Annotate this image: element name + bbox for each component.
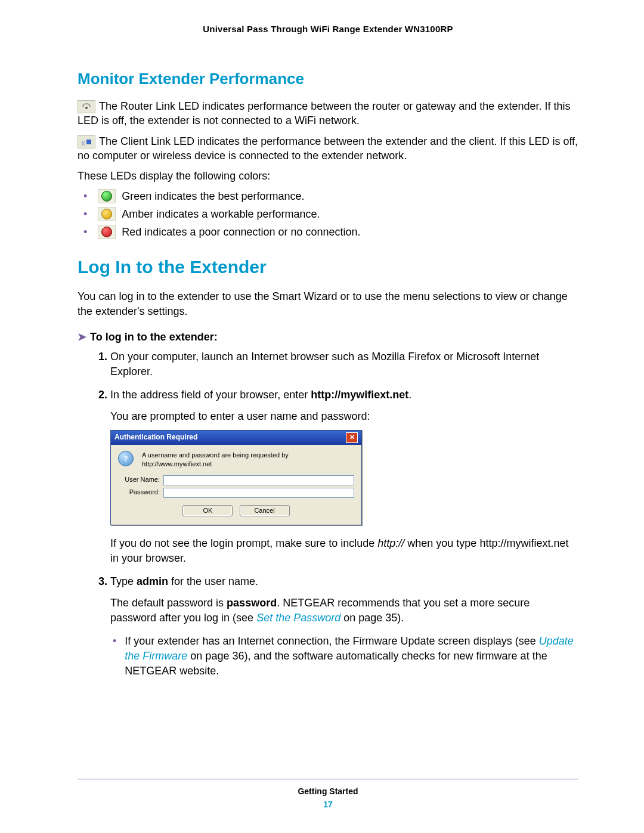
question-icon: ? [118,451,134,466]
page-footer: Getting Started 17 [78,779,578,809]
led-intro-text: These LEDs display the following colors: [78,169,578,183]
step-3: Type admin for the user name. The defaul… [110,574,578,679]
step-2-http-italic: http:// [377,537,404,549]
list-item: • If your extender has an Internet conne… [110,634,578,679]
step-3-bullet-a: If your extender has an Internet connect… [125,635,538,647]
footer-page-number: 17 [78,800,578,809]
auth-dialog: Authentication Required ✕ ? A username a… [110,430,362,525]
client-link-text: The Client Link LED indicates the perfor… [78,135,578,162]
step-2-afternote: If you do not see the login prompt, make… [110,536,578,566]
dialog-title-text: Authentication Required [114,432,197,442]
cancel-button[interactable]: Cancel [240,505,290,516]
led-green-text: Green indicates the best performance. [122,190,304,203]
section-heading-monitor: Monitor Extender Performance [78,70,578,88]
step-3-b: for the user name. [168,575,258,587]
manual-page: Universal Pass Through WiFi Range Extend… [0,0,644,833]
step-2-after-a: If you do not see the login prompt, make… [110,537,377,549]
svg-rect-1 [86,140,91,144]
document-title: Universal Pass Through WiFi Range Extend… [78,24,578,34]
client-link-paragraph: (( The Client Link LED indicates the per… [78,134,578,163]
step-2-text-b: . [408,389,411,401]
led-red-text: Red indicates a poor connection or no co… [122,226,360,239]
step-2-url: http://mywifiext.net [311,389,408,401]
step-2-text-a: In the address field of your browser, en… [110,389,311,401]
footer-divider [78,779,578,779]
chevron-right-icon: ➤ [78,331,86,343]
led-amber-icon [98,207,116,221]
router-link-text: The Router Link LED indicates performanc… [78,100,570,126]
set-password-link[interactable]: Set the Password [256,612,340,624]
task-heading: ➤To log in to the extender: [78,330,578,343]
led-amber-text: Amber indicates a workable performance. [122,208,320,221]
bullet-icon: • [83,226,87,239]
svg-point-0 [85,107,88,109]
led-green-icon [98,189,116,203]
step-3-password-note: The default password is password. NETGEA… [110,596,578,625]
dialog-titlebar: Authentication Required ✕ [111,431,361,445]
step-3-pw-c: on page 35). [340,612,404,624]
ok-button[interactable]: OK [182,505,233,516]
led-red-icon [98,225,116,239]
led-color-list: • Green indicates the best performance. … [78,189,578,239]
step-3-bullet-b: on page 36), and the software automatica… [125,650,547,677]
steps-list: On your computer, launch an Internet bro… [78,349,578,679]
password-label: Password: [118,488,163,497]
step-3-admin: admin [137,575,168,587]
list-item: • Green indicates the best performance. [83,189,578,203]
step-3-pw-a: The default password is [110,597,227,609]
bullet-icon: • [83,208,87,221]
section-heading-login: Log In to the Extender [78,257,578,277]
password-input[interactable] [163,488,354,498]
step-2-prompt: You are prompted to enter a user name an… [110,409,578,424]
bullet-icon: • [113,634,116,679]
footer-chapter-title: Getting Started [78,786,578,796]
svg-text:((: (( [82,140,85,145]
step-1-text: On your computer, launch an Internet bro… [110,351,539,377]
login-intro: You can log in to the extender to use th… [78,289,578,318]
task-title-text: To log in to the extender: [90,331,218,343]
step-3-sublist: • If your extender has an Internet conne… [110,634,578,679]
dialog-body: ? A username and password are being requ… [111,445,361,525]
dialog-message: A username and password are being reques… [142,451,354,469]
step-3-pw-word: password [227,597,277,609]
client-link-led-icon: (( [78,135,95,148]
step-1: On your computer, launch an Internet bro… [110,349,578,379]
username-label: User Name: [118,475,163,484]
router-link-paragraph: The Router Link LED indicates performanc… [78,99,578,128]
list-item: • Amber indicates a workable performance… [83,207,578,221]
router-link-led-icon [78,100,95,113]
list-item: • Red indicates a poor connection or no … [83,225,578,239]
step-2: In the address field of your browser, en… [110,388,578,566]
step-3-a: Type [110,575,137,587]
close-icon[interactable]: ✕ [346,432,358,443]
username-input[interactable] [163,475,354,485]
bullet-icon: • [83,190,87,203]
